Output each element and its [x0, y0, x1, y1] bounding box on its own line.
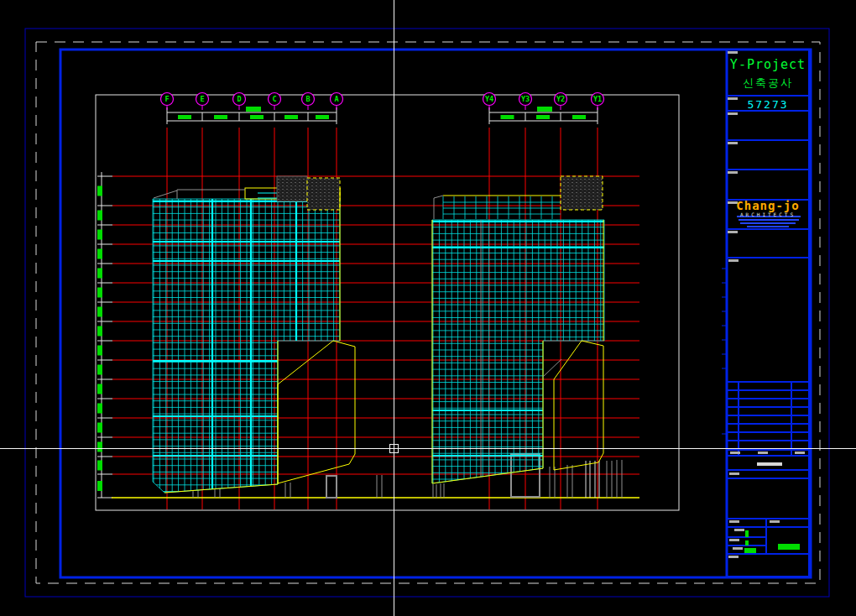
grid-bubble-label: Y3 — [521, 95, 530, 103]
ground-columns — [193, 454, 622, 498]
crosshair-vertical-line[interactable] — [394, 0, 394, 616]
grid-bubble-label: D — [237, 95, 241, 103]
grid-bubble-label: Y2 — [556, 95, 565, 103]
crosshair-pickbox[interactable] — [389, 444, 399, 453]
grid-bubble-label: Y4 — [485, 95, 493, 103]
firm-logo-text: Chang-jo — [727, 199, 809, 212]
right-elevation-curtain-wall — [431, 220, 605, 483]
grid-bubble-label: F — [164, 95, 169, 103]
cad-application-window: FEDCBAY4Y3Y2Y1 Y-Project 신축공사 57273 Chan… — [0, 0, 856, 616]
grid-bubble-label: E — [200, 95, 204, 103]
grid-bubble-label: C — [272, 95, 276, 103]
drawing-frames — [25, 29, 829, 597]
grid-bubble-label: B — [305, 95, 310, 103]
project-name-text: Y-Project — [727, 57, 809, 72]
left-elevation-podium-outline — [278, 341, 355, 483]
title-block-linework — [722, 50, 809, 577]
grid-bubble-label: Y1 — [593, 95, 602, 103]
drawing-canvas: FEDCBAY4Y3Y2Y1 — [0, 0, 856, 616]
drawing-number-text: 57273 — [727, 98, 809, 111]
grid-bubble-label: A — [334, 95, 338, 103]
left-elevation — [152, 176, 355, 493]
crosshair-horizontal-line[interactable] — [0, 448, 856, 449]
project-subtitle-text: 신축공사 — [727, 76, 809, 91]
firm-logo-subtext: ARCHITECTS — [727, 211, 809, 217]
